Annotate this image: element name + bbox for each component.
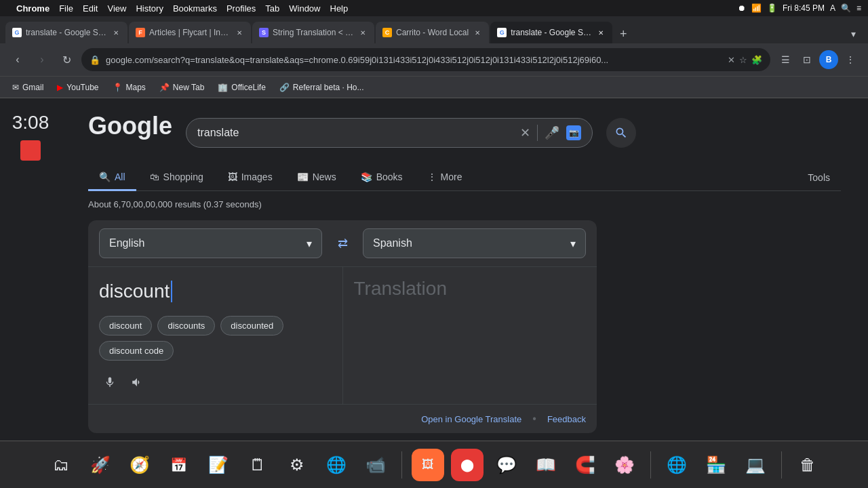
search-camera-icon[interactable]: 📷	[566, 125, 581, 140]
tab-2[interactable]: F Articles | Flycart | Interco... ✕	[129, 22, 251, 43]
tab-images[interactable]: 🖼 Images	[217, 165, 283, 191]
url-extensions-icon[interactable]: 🧩	[751, 55, 762, 65]
source-lang-select[interactable]: English ▾	[99, 228, 322, 258]
tab-1[interactable]: G translate - Google Search ✕	[5, 22, 127, 43]
menu-tab[interactable]: Tab	[265, 3, 279, 14]
dock-todo[interactable]: ⬤	[451, 449, 484, 481]
bookmark-youtube[interactable]: ▶ YouTube	[52, 79, 104, 96]
menu-wifi-icon: 📶	[751, 3, 762, 13]
menu-control-icon[interactable]: ≡	[856, 3, 861, 13]
tab-3-close[interactable]: ✕	[358, 28, 368, 37]
menu-help[interactable]: Help	[330, 3, 349, 14]
reload-button[interactable]: ↻	[57, 50, 76, 69]
tab-4[interactable]: C Carrito - Word Local ✕	[376, 22, 489, 43]
dock-calendar[interactable]: 📅	[163, 449, 195, 481]
dock-appstore[interactable]: 🏪	[700, 449, 732, 481]
search-box[interactable]: translate ✕ 🎤 📷	[186, 118, 593, 148]
suggestion-discount[interactable]: discount	[99, 316, 152, 336]
tab-5-close[interactable]: ✕	[596, 28, 606, 37]
menu-view[interactable]: View	[107, 3, 126, 14]
menu-history[interactable]: History	[136, 3, 163, 14]
tab-5[interactable]: G translate - Google Search ✕	[490, 22, 612, 43]
dock-launchpad[interactable]: 🚀	[84, 449, 117, 481]
menu-bookmarks[interactable]: Bookmarks	[173, 3, 217, 14]
menu-time: Fri 8:45 PM	[783, 3, 825, 13]
suggestion-discounted[interactable]: discounted	[220, 316, 283, 336]
suggestion-discounts[interactable]: discounts	[157, 316, 215, 336]
feedback-link[interactable]: Feedback	[547, 414, 586, 424]
dock-finder[interactable]: 🗂	[45, 449, 77, 481]
dock-chrome[interactable]: 🌐	[320, 449, 353, 481]
menu-file[interactable]: File	[59, 3, 73, 14]
speaker-button[interactable]	[126, 371, 148, 393]
tab-bar-controls: ▾	[844, 24, 863, 43]
dock-photos[interactable]: 🖼	[412, 449, 444, 481]
search-clear-icon[interactable]: ✕	[520, 125, 530, 140]
bookmark-referral[interactable]: 🔗 Referral beta · Ho...	[274, 79, 370, 96]
more-icon: ⋮	[427, 171, 437, 182]
url-bar[interactable]: 🔒 google.com/search?q=translate&oq=trans…	[81, 48, 770, 71]
source-text-content: discount	[99, 281, 170, 302]
tab-all[interactable]: 🔍 All	[88, 165, 136, 191]
source-text[interactable]: discount	[99, 278, 332, 305]
dock-creativit[interactable]: 🌸	[608, 449, 641, 481]
mic-button[interactable]	[99, 371, 121, 393]
tab-1-close[interactable]: ✕	[111, 28, 121, 37]
bookmarks-bar: ✉ Gmail ▶ YouTube 📍 Maps 📌 New Tab 🏢 Off…	[0, 76, 868, 98]
sidebar-widget	[20, 140, 41, 161]
search-icon	[614, 126, 628, 140]
menu-window[interactable]: Window	[289, 3, 320, 14]
sidebar-toggle-button[interactable]: ☰	[776, 50, 795, 69]
tab-books[interactable]: 📚 Books	[350, 165, 414, 191]
forward-button[interactable]: ›	[33, 50, 52, 69]
search-button[interactable]	[606, 118, 636, 148]
tab-5-label: translate - Google Search	[511, 28, 592, 37]
tab-news[interactable]: 📰 News	[286, 165, 347, 191]
dock-separator-3	[781, 451, 782, 479]
back-button[interactable]: ‹	[8, 50, 27, 69]
menu-search-icon[interactable]: 🔍	[841, 3, 851, 13]
dock-systemprefs[interactable]: ⚙	[281, 449, 313, 481]
menu-chrome[interactable]: Chrome	[16, 3, 50, 14]
menu-edit[interactable]: Edit	[83, 3, 98, 14]
tools-button[interactable]: Tools	[797, 165, 841, 190]
dock-dictionary[interactable]: 📖	[530, 449, 562, 481]
search-mic-icon[interactable]: 🎤	[545, 125, 559, 140]
page-content: Google translate ✕ 🎤 📷 🔍 All 🛍	[61, 98, 868, 441]
tab-4-close[interactable]: ✕	[473, 28, 482, 37]
dock-magnet[interactable]: 🧲	[569, 449, 601, 481]
tab-list-button[interactable]: ▾	[844, 24, 863, 43]
url-clear-icon[interactable]: ✕	[728, 55, 735, 65]
sidebar: 3:08	[0, 98, 61, 441]
dock-migration[interactable]: 🌐	[660, 449, 693, 481]
dock-devtools[interactable]: 💻	[739, 449, 772, 481]
tab-more[interactable]: ⋮ More	[416, 165, 473, 191]
dock-safari[interactable]: 🧭	[123, 449, 156, 481]
dock-trash[interactable]: 🗑	[791, 449, 824, 481]
open-in-google-translate-link[interactable]: Open in Google Translate	[421, 414, 521, 424]
bookmark-maps[interactable]: 📍 Maps	[107, 79, 151, 96]
swap-languages-button[interactable]: ⇄	[330, 231, 355, 256]
referral-icon: 🔗	[279, 83, 290, 92]
dock-slack[interactable]: 💬	[490, 449, 523, 481]
speaker-icon	[131, 376, 143, 388]
suggestion-discount-code[interactable]: discount code	[99, 341, 174, 361]
profile-button[interactable]: B	[819, 50, 838, 69]
dock-meet[interactable]: 📹	[359, 449, 392, 481]
browser-content: 3:08 Google translate ✕ 🎤 📷 🔍	[0, 98, 868, 441]
menu-profiles[interactable]: Profiles	[226, 3, 256, 14]
dock-reminders[interactable]: 📝	[202, 449, 235, 481]
tab-3[interactable]: S String Translation < Word... ✕	[252, 22, 374, 43]
target-lang-select[interactable]: Spanish ▾	[363, 228, 586, 258]
bookmark-newtab[interactable]: 📌 New Tab	[154, 79, 210, 96]
new-tab-button[interactable]: +	[614, 24, 633, 43]
menu-button[interactable]: ⋮	[841, 50, 860, 69]
dock-notes[interactable]: 🗒	[241, 449, 274, 481]
tab-search-button[interactable]: ⊡	[797, 50, 816, 69]
bookmark-gmail[interactable]: ✉ Gmail	[7, 79, 49, 96]
search-input[interactable]: translate	[197, 127, 513, 139]
tab-shopping[interactable]: 🛍 Shopping	[139, 165, 214, 191]
tab-2-close[interactable]: ✕	[235, 28, 244, 37]
bookmark-officelife[interactable]: 🏢 OfficeLife	[212, 79, 271, 96]
url-star-icon[interactable]: ☆	[739, 55, 747, 65]
